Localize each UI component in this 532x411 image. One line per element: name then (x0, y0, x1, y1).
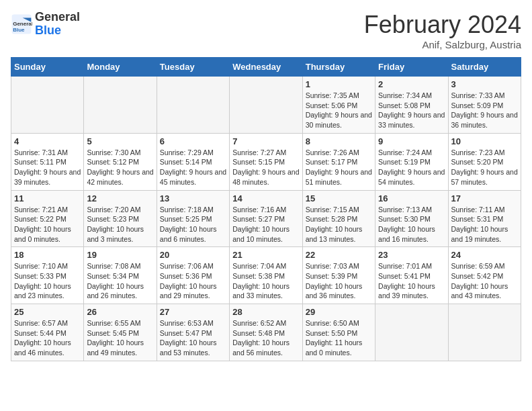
calendar-cell: 8 Sunrise: 7:26 AMSunset: 5:17 PMDayligh… (302, 133, 375, 190)
calendar-cell (84, 77, 157, 134)
calendar-cell: 3 Sunrise: 7:33 AMSunset: 5:09 PMDayligh… (448, 77, 521, 134)
calendar-cell: 6 Sunrise: 7:29 AMSunset: 5:14 PMDayligh… (157, 133, 229, 190)
calendar-cell: 1 Sunrise: 7:35 AMSunset: 5:06 PMDayligh… (302, 77, 375, 134)
weekday-header: Saturday (448, 58, 521, 77)
calendar-cell: 18 Sunrise: 7:10 AMSunset: 5:33 PMDaylig… (11, 247, 84, 304)
title-block: February 2024 Anif, Salzburg, Austria (364, 11, 521, 50)
day-number: 16 (378, 193, 445, 203)
day-number: 24 (451, 250, 518, 260)
calendar-week-row: 18 Sunrise: 7:10 AMSunset: 5:33 PMDaylig… (11, 247, 521, 304)
calendar-week-row: 11 Sunrise: 7:21 AMSunset: 5:22 PMDaylig… (11, 190, 521, 247)
weekday-header: Wednesday (230, 58, 302, 77)
day-number: 2 (378, 79, 445, 89)
day-info: Sunrise: 6:53 AMSunset: 5:47 PMDaylight:… (160, 318, 226, 358)
calendar-cell: 10 Sunrise: 7:23 AMSunset: 5:20 PMDaylig… (448, 133, 521, 190)
day-info: Sunrise: 7:01 AMSunset: 5:41 PMDaylight:… (378, 261, 445, 301)
day-number: 28 (232, 307, 299, 317)
day-number: 6 (160, 136, 226, 146)
day-info: Sunrise: 7:18 AMSunset: 5:25 PMDaylight:… (160, 205, 226, 244)
calendar-cell: 16 Sunrise: 7:13 AMSunset: 5:30 PMDaylig… (375, 190, 448, 247)
calendar-table: SundayMondayTuesdayWednesdayThursdayFrid… (11, 57, 521, 361)
calendar-cell: 23 Sunrise: 7:01 AMSunset: 5:41 PMDaylig… (375, 247, 448, 304)
calendar-header-row: SundayMondayTuesdayWednesdayThursdayFrid… (11, 58, 521, 77)
day-number: 18 (14, 250, 81, 260)
day-info: Sunrise: 7:08 AMSunset: 5:34 PMDaylight:… (87, 261, 153, 301)
day-number: 14 (232, 193, 299, 203)
day-number: 17 (451, 193, 518, 203)
day-number: 27 (160, 307, 226, 317)
calendar-cell (157, 77, 229, 134)
day-info: Sunrise: 6:59 AMSunset: 5:42 PMDaylight:… (451, 261, 518, 301)
day-number: 22 (306, 250, 372, 260)
calendar-cell: 2 Sunrise: 7:34 AMSunset: 5:08 PMDayligh… (375, 77, 448, 134)
day-info: Sunrise: 7:04 AMSunset: 5:38 PMDaylight:… (232, 261, 299, 301)
day-number: 25 (14, 307, 81, 317)
day-info: Sunrise: 7:21 AMSunset: 5:22 PMDaylight:… (14, 205, 81, 244)
calendar-cell: 26 Sunrise: 6:55 AMSunset: 5:45 PMDaylig… (84, 304, 157, 361)
calendar-cell: 19 Sunrise: 7:08 AMSunset: 5:34 PMDaylig… (84, 247, 157, 304)
day-info: Sunrise: 7:03 AMSunset: 5:39 PMDaylight:… (306, 261, 372, 301)
day-number: 7 (232, 136, 299, 146)
day-number: 5 (87, 136, 153, 146)
day-info: Sunrise: 7:29 AMSunset: 5:14 PMDaylight:… (160, 148, 226, 187)
logo-text: GeneralBlue (35, 11, 80, 38)
day-info: Sunrise: 7:34 AMSunset: 5:08 PMDaylight:… (378, 91, 445, 130)
calendar-cell: 14 Sunrise: 7:16 AMSunset: 5:27 PMDaylig… (230, 190, 302, 247)
logo: General Blue GeneralBlue (11, 11, 80, 38)
calendar-cell: 5 Sunrise: 7:30 AMSunset: 5:12 PMDayligh… (84, 133, 157, 190)
day-info: Sunrise: 7:35 AMSunset: 5:06 PMDaylight:… (306, 91, 372, 130)
day-number: 9 (378, 136, 445, 146)
day-number: 8 (306, 136, 372, 146)
day-number: 26 (87, 307, 153, 317)
day-number: 10 (451, 136, 518, 146)
calendar-cell: 7 Sunrise: 7:27 AMSunset: 5:15 PMDayligh… (230, 133, 302, 190)
calendar-cell: 17 Sunrise: 7:11 AMSunset: 5:31 PMDaylig… (448, 190, 521, 247)
svg-text:General: General (13, 20, 32, 26)
weekday-header: Tuesday (157, 58, 229, 77)
day-info: Sunrise: 7:31 AMSunset: 5:11 PMDaylight:… (14, 148, 81, 187)
logo-icon: General Blue (11, 13, 32, 35)
day-number: 4 (14, 136, 81, 146)
calendar-cell: 29 Sunrise: 6:50 AMSunset: 5:50 PMDaylig… (302, 304, 375, 361)
calendar-cell: 21 Sunrise: 7:04 AMSunset: 5:38 PMDaylig… (230, 247, 302, 304)
calendar-cell: 24 Sunrise: 6:59 AMSunset: 5:42 PMDaylig… (448, 247, 521, 304)
day-number: 3 (451, 79, 518, 89)
calendar-cell (448, 304, 521, 361)
day-info: Sunrise: 7:11 AMSunset: 5:31 PMDaylight:… (451, 205, 518, 244)
day-info: Sunrise: 7:27 AMSunset: 5:15 PMDaylight:… (232, 148, 299, 187)
day-info: Sunrise: 6:57 AMSunset: 5:44 PMDaylight:… (14, 318, 81, 358)
calendar-cell (11, 77, 84, 134)
calendar-week-row: 4 Sunrise: 7:31 AMSunset: 5:11 PMDayligh… (11, 133, 521, 190)
calendar-body: 1 Sunrise: 7:35 AMSunset: 5:06 PMDayligh… (11, 77, 521, 361)
day-number: 1 (306, 79, 372, 89)
calendar-cell: 25 Sunrise: 6:57 AMSunset: 5:44 PMDaylig… (11, 304, 84, 361)
day-info: Sunrise: 7:23 AMSunset: 5:20 PMDaylight:… (451, 148, 518, 187)
day-number: 29 (306, 307, 372, 317)
weekday-header: Friday (375, 58, 448, 77)
day-info: Sunrise: 7:24 AMSunset: 5:19 PMDaylight:… (378, 148, 445, 187)
day-info: Sunrise: 7:20 AMSunset: 5:23 PMDaylight:… (87, 205, 153, 244)
weekday-header: Sunday (11, 58, 84, 77)
day-info: Sunrise: 7:26 AMSunset: 5:17 PMDaylight:… (306, 148, 372, 187)
calendar-cell: 11 Sunrise: 7:21 AMSunset: 5:22 PMDaylig… (11, 190, 84, 247)
day-number: 23 (378, 250, 445, 260)
day-info: Sunrise: 7:10 AMSunset: 5:33 PMDaylight:… (14, 261, 81, 301)
calendar-cell: 4 Sunrise: 7:31 AMSunset: 5:11 PMDayligh… (11, 133, 84, 190)
day-info: Sunrise: 7:16 AMSunset: 5:27 PMDaylight:… (232, 205, 299, 244)
calendar-cell: 15 Sunrise: 7:15 AMSunset: 5:28 PMDaylig… (302, 190, 375, 247)
calendar-cell: 28 Sunrise: 6:52 AMSunset: 5:48 PMDaylig… (230, 304, 302, 361)
day-number: 19 (87, 250, 153, 260)
day-info: Sunrise: 7:15 AMSunset: 5:28 PMDaylight:… (306, 205, 372, 244)
day-number: 11 (14, 193, 81, 203)
page-header: General Blue GeneralBlue February 2024 A… (11, 11, 521, 50)
day-number: 12 (87, 193, 153, 203)
calendar-week-row: 1 Sunrise: 7:35 AMSunset: 5:06 PMDayligh… (11, 77, 521, 134)
day-number: 15 (306, 193, 372, 203)
day-number: 21 (232, 250, 299, 260)
day-number: 13 (160, 193, 226, 203)
day-info: Sunrise: 6:52 AMSunset: 5:48 PMDaylight:… (232, 318, 299, 358)
day-info: Sunrise: 6:55 AMSunset: 5:45 PMDaylight:… (87, 318, 153, 358)
month-title: February 2024 (364, 11, 521, 39)
calendar-cell (375, 304, 448, 361)
weekday-header: Monday (84, 58, 157, 77)
